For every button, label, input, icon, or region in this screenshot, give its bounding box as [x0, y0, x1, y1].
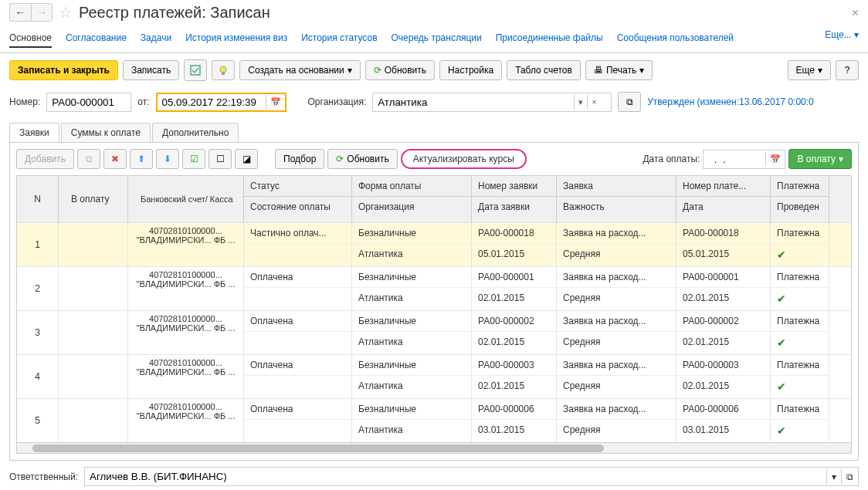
sub-tab-0[interactable]: Заявки [9, 123, 59, 142]
chevron-down-icon: ▾ [639, 65, 644, 76]
chevron-down-icon: ▾ [818, 65, 822, 76]
nav-tab-2[interactable]: Задачи [141, 29, 171, 48]
number-field[interactable] [46, 93, 131, 112]
date-field[interactable] [158, 94, 266, 110]
close-icon[interactable]: × [852, 6, 859, 20]
printer-icon: 🖶 [594, 65, 603, 76]
settings-button[interactable]: Настройка [439, 60, 502, 80]
col-header-posted[interactable]: Проведен [771, 197, 829, 217]
move-down-button[interactable]: ⬇ [156, 149, 179, 169]
nav-tab-5[interactable]: Очередь трансляции [392, 29, 482, 48]
check-icon: ✔ [771, 244, 829, 265]
clear-icon[interactable]: × [587, 95, 600, 109]
from-label: от: [137, 96, 149, 107]
check-icon: ✔ [771, 288, 829, 309]
col-header-n[interactable]: N [23, 181, 52, 218]
col-header-docnum[interactable]: Номер плате... [676, 176, 770, 197]
check-icon: ✔ [771, 376, 829, 397]
table-row[interactable]: 140702810100000... "ВЛАДИМИРСКИ... ФБ ..… [17, 222, 851, 266]
responsible-field[interactable] [85, 468, 826, 485]
nav-back-button[interactable]: ← [9, 3, 31, 22]
check-icon: ✔ [771, 420, 829, 441]
chevron-down-icon[interactable]: ▾ [826, 469, 841, 485]
col-header-status[interactable]: Статус [244, 176, 351, 197]
help-button[interactable]: ? [836, 60, 859, 80]
col-header-bank[interactable]: Банковский счет/ Касса [134, 181, 237, 218]
col-header-req[interactable]: Заявка [557, 176, 676, 197]
check-all-button[interactable]: ☑ [182, 149, 205, 169]
save-button[interactable]: Записать [123, 60, 179, 80]
update-rates-button[interactable]: Актуализировать курсы [401, 149, 527, 169]
refresh-button[interactable]: ⟳ Обновить [365, 60, 435, 80]
checkbox-mixed-icon: ◪ [242, 154, 251, 164]
main-nav-tabs: ОсновноеСогласованиеЗадачиИстория измене… [0, 25, 868, 53]
svg-rect-2 [222, 73, 225, 75]
accounts-board-button[interactable]: Табло счетов [507, 60, 581, 80]
to-pay-button[interactable]: В оплату ▾ [788, 149, 852, 169]
table-row[interactable]: 540702810100000... "ВЛАДИМИРСКИ... ФБ ..… [17, 398, 851, 442]
approval-status[interactable]: Утвержден (изменен:13.06.2017 0:00:0 [647, 96, 814, 107]
more-button[interactable]: Еще ▾ [788, 60, 831, 80]
responsible-label: Ответственный: [9, 471, 78, 482]
nav-tab-7[interactable]: Сообщения пользователей [617, 29, 734, 48]
col-header-priority[interactable]: Важность [557, 197, 676, 217]
calendar-icon[interactable]: 📅 [266, 95, 285, 110]
nav-tab-1[interactable]: Согласование [66, 29, 127, 48]
col-header-reqnum[interactable]: Номер заявки [472, 176, 556, 197]
horizontal-scrollbar[interactable] [17, 442, 851, 453]
col-header-form[interactable]: Форма оплаты [352, 176, 471, 197]
sub-tabs: ЗаявкиСуммы к оплатеДополнительно [0, 117, 868, 142]
chevron-down-icon: ▾ [348, 65, 352, 76]
org-label: Организация: [308, 96, 367, 107]
requests-grid[interactable]: N В оплату Банковский счет/ Касса Статус… [16, 175, 852, 454]
table-row[interactable]: 340702810100000... "ВЛАДИМИРСКИ... ФБ ..… [17, 310, 851, 354]
pay-date-label: Дата оплаты: [643, 154, 700, 164]
nav-tab-3[interactable]: История изменения виз [185, 29, 287, 48]
open-icon[interactable]: ⧉ [841, 469, 858, 485]
print-button[interactable]: 🖶 Печать ▾ [585, 60, 653, 80]
col-header-reqdate[interactable]: Дата заявки [472, 197, 556, 217]
add-row-button[interactable]: Добавить [16, 149, 74, 169]
sub-tab-1[interactable]: Суммы к оплате [61, 123, 151, 142]
chevron-down-icon[interactable]: ▾ [574, 95, 587, 110]
org-field[interactable] [373, 94, 574, 110]
page-title: Реестр платежей: Записан [79, 4, 270, 22]
col-header-docdate[interactable]: Дата [676, 197, 770, 217]
toggle-check-button[interactable]: ◪ [235, 149, 258, 169]
arrow-down-icon: ⬇ [164, 154, 171, 164]
col-header-org[interactable]: Организация [352, 197, 471, 217]
delete-row-button[interactable]: ✖ [103, 149, 127, 169]
create-based-on-button[interactable]: Создать на основании ▾ [239, 60, 361, 80]
pay-date-field[interactable] [704, 151, 765, 167]
col-header-doc[interactable]: Платежна [771, 176, 829, 197]
svg-rect-0 [191, 66, 200, 75]
sub-tab-2[interactable]: Дополнительно [152, 123, 239, 142]
nav-tab-6[interactable]: Присоединенные файлы [496, 29, 603, 48]
move-up-button[interactable]: ⬆ [130, 149, 153, 169]
refresh-icon: ⟳ [374, 65, 381, 76]
table-row[interactable]: 240702810100000... "ВЛАДИМИРСКИ... ФБ ..… [17, 266, 851, 310]
number-label: Номер: [9, 96, 40, 107]
lamp-icon-button[interactable] [212, 60, 235, 80]
svg-point-1 [220, 66, 226, 73]
lightbulb-icon [218, 65, 229, 76]
pick-button[interactable]: Подбор [275, 149, 324, 169]
uncheck-all-button[interactable]: ☐ [209, 149, 232, 169]
nav-more-link[interactable]: Еще... ▾ [825, 29, 859, 48]
table-row[interactable]: 440702810100000... "ВЛАДИМИРСКИ... ФБ ..… [17, 354, 851, 398]
col-header-state[interactable]: Состояние оплаты [244, 197, 351, 217]
checkbox-empty-icon: ☐ [216, 154, 225, 164]
col-header-topay[interactable]: В оплату [65, 181, 121, 218]
arrow-up-icon: ⬆ [137, 154, 145, 164]
chevron-down-icon: ▾ [854, 29, 859, 40]
nav-tab-0[interactable]: Основное [9, 29, 52, 48]
grid-refresh-button[interactable]: ⟳ Обновить [327, 149, 397, 169]
calendar-icon[interactable]: 📅 [765, 152, 785, 167]
post-icon-button[interactable] [184, 59, 207, 81]
nav-tab-4[interactable]: История статусов [301, 29, 377, 48]
favorite-star-icon[interactable]: ☆ [59, 3, 73, 22]
copy-row-button[interactable]: ⧉ [77, 149, 100, 169]
open-org-button[interactable]: ⧉ [618, 92, 641, 112]
save-and-close-button[interactable]: Записать и закрыть [9, 60, 118, 80]
nav-forward-button[interactable]: → [31, 3, 53, 22]
